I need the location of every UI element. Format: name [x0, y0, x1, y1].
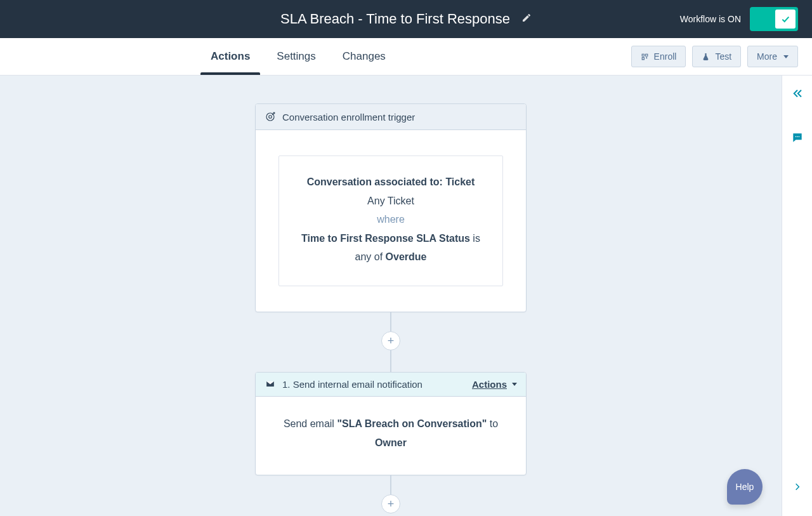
target-icon — [265, 111, 276, 122]
caret-down-icon — [512, 383, 517, 386]
right-side-panel — [782, 76, 812, 516]
action-menu-label: Actions — [472, 379, 507, 390]
more-label: More — [757, 51, 777, 62]
criteria-property: Time to First Response SLA Status — [301, 233, 470, 244]
workflow-toggle[interactable] — [750, 7, 798, 31]
action-email-name: "SLA Breach on Conversation" — [337, 418, 487, 429]
help-label: Help — [736, 482, 754, 492]
add-action-button[interactable]: + — [381, 331, 400, 350]
tab-actions[interactable]: Actions — [211, 39, 250, 74]
edit-title-icon[interactable] — [521, 13, 532, 25]
beaker-icon — [702, 53, 710, 61]
connector-line — [390, 475, 391, 494]
criteria-assoc-object: Ticket — [445, 176, 475, 187]
criteria-value: Overdue — [386, 251, 427, 262]
svg-point-4 — [798, 136, 799, 138]
workflow-title: SLA Breach - Time to First Response — [280, 11, 510, 27]
enroll-label: Enroll — [654, 51, 677, 62]
workflow-canvas[interactable]: Conversation enrollment trigger Conversa… — [0, 76, 782, 516]
comments-icon[interactable] — [791, 131, 804, 147]
action-step-menu[interactable]: Actions — [472, 379, 517, 390]
toggle-knob — [775, 10, 796, 29]
sub-nav: Actions Settings Changes Enroll Test Mor… — [0, 38, 812, 76]
action-body-prefix: Send email — [284, 418, 337, 429]
test-button[interactable]: Test — [692, 46, 741, 67]
more-button[interactable]: More — [747, 46, 798, 67]
action-card-header: 1. Send internal email notification Acti… — [256, 373, 526, 397]
criteria-assoc-prefix: Conversation associated to: — [307, 176, 446, 187]
svg-point-3 — [797, 136, 798, 138]
enroll-button[interactable]: Enroll — [631, 46, 686, 67]
svg-point-2 — [795, 136, 796, 138]
expand-minimap-icon[interactable] — [793, 480, 802, 496]
email-icon — [265, 380, 276, 388]
enroll-icon — [641, 53, 649, 61]
add-action-button[interactable]: + — [381, 494, 400, 513]
test-label: Test — [715, 51, 731, 62]
caret-down-icon — [783, 55, 789, 58]
enrollment-criteria[interactable]: Conversation associated to: Ticket Any T… — [278, 155, 503, 286]
collapse-panel-icon[interactable] — [791, 88, 804, 102]
enrollment-trigger-card[interactable]: Conversation enrollment trigger Conversa… — [255, 103, 527, 312]
trigger-header-label: Conversation enrollment trigger — [282, 112, 415, 122]
action-recipient: Owner — [375, 437, 407, 448]
top-header: SLA Breach - Time to First Response Work… — [0, 0, 812, 38]
trigger-card-header: Conversation enrollment trigger — [256, 104, 526, 130]
tab-changes[interactable]: Changes — [343, 39, 386, 74]
criteria-where: where — [293, 210, 488, 229]
trigger-card-body: Conversation associated to: Ticket Any T… — [256, 130, 526, 312]
action-step-label: 1. Send internal email notification — [282, 379, 422, 390]
workflow-status-label: Workflow is ON — [680, 14, 741, 24]
tab-settings[interactable]: Settings — [277, 39, 315, 74]
action-card-body: Send email "SLA Breach on Conversation" … — [256, 397, 526, 475]
criteria-any-object: Any Ticket — [293, 192, 488, 211]
help-button[interactable]: Help — [727, 469, 763, 505]
svg-point-1 — [269, 116, 272, 119]
connector-line — [390, 350, 391, 372]
action-step-card[interactable]: 1. Send internal email notification Acti… — [255, 372, 527, 475]
connector-line — [390, 312, 391, 331]
action-body-mid: to — [487, 418, 498, 429]
